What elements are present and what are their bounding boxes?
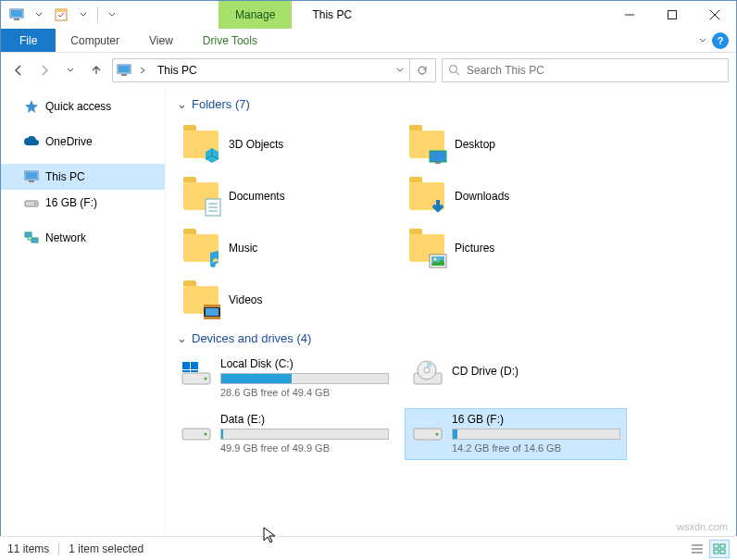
qat-dropdown-icon[interactable] [29,5,49,25]
folder-music[interactable]: Music [173,222,399,274]
sidebar-item-label: Quick access [45,100,111,113]
folder-icon [408,126,445,163]
sidebar-item-label: 16 GB (F:) [45,196,97,209]
sidebar-item-quick-access[interactable]: Quick access [1,93,165,119]
sidebar-item-this-pc[interactable]: This PC [1,164,165,190]
folder-icon [182,126,219,163]
drive-free-text: 28.6 GB free of 49.4 GB [220,387,389,398]
address-text: This PC [152,64,391,77]
drive-name: Data (E:) [220,413,389,426]
folder-documents[interactable]: Documents [173,170,399,222]
group-header-folders[interactable]: ⌄ Folders (7) [177,97,729,111]
capacity-bar [452,429,620,440]
svg-point-44 [205,433,207,436]
svg-point-46 [436,433,439,436]
sidebar-item-network[interactable]: Network [1,225,165,251]
svg-point-12 [450,66,457,73]
svg-rect-16 [29,180,34,182]
search-box[interactable] [442,58,729,82]
manage-contextual-tab[interactable]: Manage [219,1,292,29]
details-view-button[interactable] [687,540,707,558]
folder-icon [408,178,445,215]
folder-3d-objects[interactable]: 3D Objects [173,118,399,170]
group-header-drives[interactable]: ⌄ Devices and drives (4) [177,331,729,345]
svg-point-18 [34,203,36,205]
recent-locations-icon[interactable] [60,60,81,81]
minimize-button[interactable] [608,1,651,29]
drive-data-e[interactable]: Data (E:) 49.9 GB free of 49.9 GB [173,408,395,460]
address-bar[interactable]: This PC [112,58,436,82]
svg-rect-52 [714,550,718,554]
svg-rect-32 [204,317,220,319]
status-item-count: 11 items [7,542,49,555]
svg-rect-53 [720,550,725,554]
drive-icon [23,194,40,211]
drive-cd-d[interactable]: CD Drive (D:) [405,353,627,404]
svg-rect-15 [26,172,37,179]
search-icon [448,64,461,77]
file-tab[interactable]: File [1,29,56,52]
qat-customize-icon[interactable] [102,5,122,25]
drive-name: Local Disk (C:) [220,357,389,370]
chevron-down-icon: ⌄ [177,331,188,345]
qat-dropdown-icon[interactable] [73,5,94,25]
drive-icon [180,413,213,446]
sidebar-item-drive-f[interactable]: 16 GB (F:) [1,190,165,216]
properties-icon[interactable] [51,5,71,25]
refresh-button[interactable] [409,59,433,81]
drive-16gb-f[interactable]: 16 GB (F:) 14.2 GB free of 14.6 GB [405,408,627,460]
navigation-pane: Quick access OneDrive This PC 16 GB (F:)… [1,88,166,530]
drive-name: CD Drive (D:) [452,365,620,378]
sidebar-item-label: OneDrive [45,135,93,148]
folder-icon [408,230,445,267]
folder-downloads[interactable]: Downloads [399,170,625,222]
forward-button[interactable] [34,60,55,81]
maximize-button[interactable] [651,1,693,29]
sidebar-item-onedrive[interactable]: OneDrive [1,129,165,155]
search-input[interactable] [467,64,722,77]
separator [97,6,98,23]
view-tab[interactable]: View [134,29,188,52]
folder-pictures[interactable]: Pictures [399,222,625,274]
address-dropdown-icon[interactable] [391,68,409,73]
svg-point-29 [434,258,437,261]
navigation-bar: This PC [1,53,736,88]
svg-rect-22 [435,162,441,164]
watermark: wsxdn.com [677,521,728,532]
folder-icon [182,281,219,318]
svg-rect-36 [182,362,190,369]
svg-rect-19 [25,232,31,237]
back-button[interactable] [8,60,29,81]
svg-rect-51 [720,544,725,548]
pc-icon [115,61,133,80]
drive-free-text: 49.9 GB free of 49.9 GB [220,442,389,454]
title-bar: Manage This PC [1,1,736,29]
status-selected-count: 1 item selected [69,542,144,555]
folder-videos[interactable]: Videos [173,274,625,326]
content-pane: ⌄ Folders (7) 3D Objects Desktop Documen… [166,88,736,530]
svg-rect-21 [430,151,446,162]
drive-icon [180,357,213,391]
help-icon[interactable]: ? [712,32,729,49]
drive-local-disk-c[interactable]: Local Disk (C:) 28.6 GB free of 49.4 GB [173,353,395,404]
sidebar-item-label: Network [45,231,86,244]
svg-rect-2 [14,19,19,20]
svg-rect-11 [121,74,127,76]
folder-icon [182,178,219,215]
up-button[interactable] [86,60,106,81]
drive-tools-tab[interactable]: Drive Tools [188,29,272,52]
expand-ribbon-icon[interactable] [699,34,706,47]
cloud-icon [23,133,40,150]
chevron-right-icon[interactable] [133,67,152,74]
chevron-down-icon: ⌄ [177,97,188,111]
computer-tab[interactable]: Computer [56,29,134,52]
large-icons-view-button[interactable] [709,540,730,558]
svg-line-13 [456,72,460,76]
drive-icon [411,413,444,446]
pc-icon [23,168,40,185]
capacity-bar [220,373,389,384]
folder-desktop[interactable]: Desktop [399,118,625,170]
pc-icon[interactable] [6,5,27,25]
sidebar-item-label: This PC [45,170,85,183]
close-button[interactable] [693,1,736,29]
